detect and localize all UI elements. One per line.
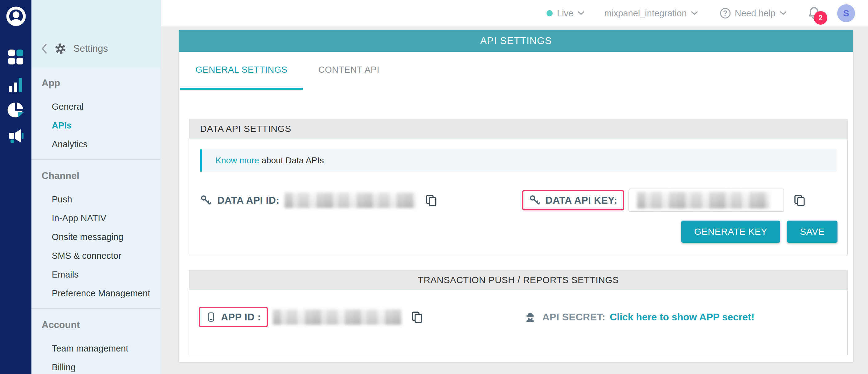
settings-sidebar: Settings App General APIs Analytics Chan… bbox=[31, 0, 161, 374]
spy-secret-icon bbox=[524, 311, 536, 323]
notification-count-badge: 2 bbox=[814, 11, 827, 25]
api-secret-label: API SECRET: bbox=[542, 311, 606, 323]
mobile-phone-icon bbox=[206, 311, 216, 323]
notifications-button[interactable]: 2 bbox=[807, 5, 821, 21]
data-api-row: DATA API ID: bbox=[189, 189, 847, 212]
app-root: Settings App General APIs Analytics Chan… bbox=[0, 0, 868, 374]
sidebar-item-onsite-messaging[interactable]: Onsite messaging bbox=[31, 228, 161, 246]
live-label: Live bbox=[557, 8, 573, 19]
chevron-down-icon bbox=[780, 11, 786, 15]
key-icon bbox=[529, 194, 541, 206]
copy-data-api-id-button[interactable] bbox=[425, 194, 437, 207]
sidebar-item-sms-connector[interactable]: SMS & connector bbox=[31, 246, 161, 265]
app-id-highlight: APP ID : bbox=[199, 307, 268, 327]
live-status-dot-icon bbox=[547, 10, 553, 16]
brand-user-logo-icon[interactable] bbox=[6, 6, 26, 27]
chevron-down-icon bbox=[578, 11, 584, 15]
tab-general-settings[interactable]: GENERAL SETTINGS bbox=[180, 52, 303, 90]
key-icon bbox=[200, 194, 212, 206]
transaction-settings-panel: TRANSACTION PUSH / REPORTS SETTINGS APP … bbox=[189, 270, 848, 355]
tab-content-api[interactable]: CONTENT API bbox=[303, 52, 395, 90]
need-help-dropdown[interactable]: ? Need help bbox=[720, 8, 786, 19]
megaphone-icon[interactable] bbox=[7, 127, 25, 145]
sidebar-item-apis[interactable]: APIs bbox=[31, 116, 161, 135]
top-bar: Live mixpanel_integration ? Need help 2 … bbox=[161, 0, 868, 27]
transaction-section-header: TRANSACTION PUSH / REPORTS SETTINGS bbox=[189, 271, 847, 290]
icon-rail bbox=[0, 0, 31, 374]
api-key-input[interactable] bbox=[628, 189, 784, 212]
sidebar-item-push[interactable]: Push bbox=[31, 190, 161, 209]
data-api-id-label: DATA API ID: bbox=[217, 195, 280, 206]
sidebar-item-billing[interactable]: Billing bbox=[31, 358, 161, 374]
main-area: API SETTINGS GENERAL SETTINGS CONTENT AP… bbox=[161, 27, 868, 374]
data-api-key-highlight: DATA API KEY: bbox=[522, 190, 624, 210]
sidebar-nav: App General APIs Analytics Channel Push … bbox=[31, 73, 161, 374]
sidebar-item-preference-management[interactable]: Preference Management bbox=[31, 284, 161, 303]
data-api-settings-panel: DATA API SETTINGS Know more about Data A… bbox=[189, 119, 848, 256]
sidebar-header-area bbox=[31, 0, 161, 68]
user-avatar[interactable]: S bbox=[837, 4, 855, 22]
know-more-link[interactable]: Know more bbox=[215, 156, 259, 165]
nav-section-app: App bbox=[31, 73, 161, 94]
show-app-secret-link[interactable]: Click here to show APP secret! bbox=[610, 311, 754, 323]
nav-section-account: Account bbox=[31, 314, 161, 336]
copy-icon bbox=[425, 194, 437, 207]
data-api-key-label: DATA API KEY: bbox=[546, 195, 617, 206]
sidebar-item-general[interactable]: General bbox=[31, 97, 161, 116]
app-id-label: APP ID : bbox=[221, 311, 261, 323]
copy-icon bbox=[410, 310, 423, 324]
copy-app-id-button[interactable] bbox=[410, 310, 423, 324]
sidebar-item-emails[interactable]: Emails bbox=[31, 265, 161, 284]
gear-icon bbox=[55, 43, 66, 54]
data-api-key-value-redacted bbox=[637, 192, 770, 209]
api-settings-card: API SETTINGS GENERAL SETTINGS CONTENT AP… bbox=[179, 30, 853, 362]
environment-dropdown[interactable]: Live bbox=[547, 8, 584, 19]
know-more-infobox: Know more about Data APIs bbox=[200, 149, 837, 172]
sidebar-title: Settings bbox=[73, 43, 108, 54]
dashboard-grid-icon[interactable] bbox=[7, 48, 25, 66]
know-more-text: about Data APIs bbox=[259, 156, 324, 165]
sidebar-item-team-management[interactable]: Team management bbox=[31, 339, 161, 358]
nav-section-channel: Channel bbox=[31, 165, 161, 186]
sidebar-item-analytics[interactable]: Analytics bbox=[31, 135, 161, 154]
save-button[interactable]: SAVE bbox=[787, 220, 837, 243]
sidebar-divider bbox=[31, 159, 161, 160]
question-circle-icon: ? bbox=[720, 8, 731, 19]
app-id-value-redacted bbox=[273, 309, 402, 325]
sidebar-item-inapp-nativ[interactable]: In-App NATIV bbox=[31, 209, 161, 228]
data-api-section-header: DATA API SETTINGS bbox=[189, 119, 847, 139]
project-name: mixpanel_integration bbox=[604, 8, 687, 19]
button-row: GENERATE KEY SAVE bbox=[189, 220, 847, 255]
copy-data-api-key-button[interactable] bbox=[793, 194, 806, 207]
project-dropdown[interactable]: mixpanel_integration bbox=[604, 8, 698, 19]
tab-bar: GENERAL SETTINGS CONTENT API bbox=[179, 52, 853, 90]
bar-chart-icon[interactable] bbox=[7, 76, 25, 94]
data-api-id-value-redacted bbox=[284, 193, 416, 208]
back-button[interactable] bbox=[41, 43, 48, 54]
generate-key-button[interactable]: GENERATE KEY bbox=[681, 220, 780, 243]
copy-icon bbox=[793, 194, 806, 207]
pie-chart-icon[interactable] bbox=[7, 101, 25, 119]
sidebar-divider bbox=[31, 308, 161, 309]
need-help-label: Need help bbox=[735, 8, 776, 19]
transaction-row: APP ID : bbox=[189, 307, 847, 355]
page-title: API SETTINGS bbox=[179, 30, 853, 52]
chevron-down-icon bbox=[691, 11, 698, 15]
